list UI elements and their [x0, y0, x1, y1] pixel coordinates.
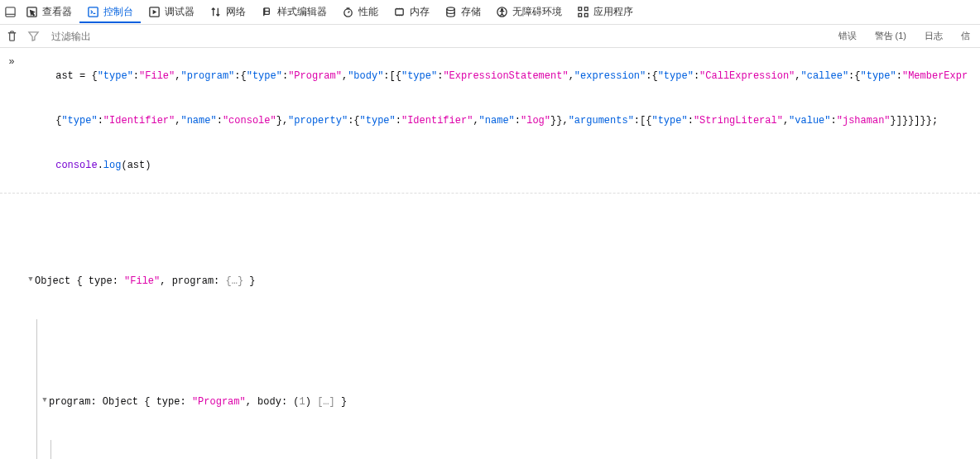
docking-icon[interactable] — [3, 6, 17, 19]
tab-apps[interactable]: 应用程序 — [569, 2, 641, 22]
tab-perf[interactable]: 性能 — [334, 2, 386, 22]
tab-storage[interactable]: 存储 — [437, 2, 488, 22]
filter-warning[interactable]: 警告 (1) — [870, 28, 912, 44]
tab-console[interactable]: 控制台 — [79, 2, 141, 23]
console-output: » ast = {"type":"File","program":{"type"… — [0, 48, 980, 459]
tab-label: 应用程序 — [593, 5, 633, 19]
tab-label: 网络 — [226, 5, 246, 19]
tab-label: 查看器 — [42, 5, 72, 19]
filter-log[interactable]: 日志 — [920, 28, 948, 44]
tree-row-program[interactable]: ▼program: Object { type: "Program", body… — [39, 394, 970, 410]
tab-label: 调试器 — [165, 5, 195, 19]
tree-row-root[interactable]: ▼Object { type: "File", program: {…} } — [25, 273, 970, 289]
tab-label: 控制台 — [103, 5, 133, 19]
tab-label: 无障碍环境 — [512, 5, 562, 19]
filter-info[interactable]: 信 — [956, 28, 975, 44]
tab-memory[interactable]: 内存 — [386, 2, 437, 22]
tab-debug[interactable]: 调试器 — [141, 2, 202, 22]
tab-cursor[interactable]: 查看器 — [18, 2, 79, 22]
svg-point-5 — [344, 9, 352, 17]
tab-style[interactable]: 样式编辑器 — [253, 2, 334, 22]
svg-point-7 — [447, 7, 454, 11]
console-input-line[interactable]: » ast = {"type":"File","program":{"type"… — [0, 51, 980, 190]
svg-point-9 — [502, 9, 503, 11]
filter-error[interactable]: 错误 — [833, 28, 862, 44]
filter-input[interactable] — [48, 29, 825, 44]
console-filter-bar: 错误 警告 (1) 日志 信 — [0, 25, 980, 48]
svg-rect-0 — [5, 7, 14, 17]
svg-rect-10 — [579, 7, 582, 11]
trash-icon[interactable] — [5, 30, 18, 43]
prompt-icon: » — [3, 54, 20, 69]
tab-label: 性能 — [358, 5, 378, 19]
svg-rect-3 — [89, 7, 98, 17]
svg-rect-13 — [584, 13, 588, 17]
devtools-toolbar: 查看器控制台调试器网络样式编辑器性能内存存储无障碍环境应用程序 — [0, 0, 980, 25]
funnel-icon[interactable] — [26, 30, 40, 43]
tab-a11y[interactable]: 无障碍环境 — [488, 2, 569, 22]
input-code: ast = {"type":"File","program":{"type":"… — [20, 54, 975, 188]
tab-network[interactable]: 网络 — [202, 2, 253, 22]
tab-label: 样式编辑器 — [277, 5, 327, 19]
svg-rect-6 — [396, 9, 403, 16]
tab-label: 存储 — [461, 5, 481, 19]
svg-rect-12 — [579, 13, 582, 17]
svg-rect-11 — [584, 7, 588, 11]
result-tree[interactable]: ▼Object { type: "File", program: {…} } ▼… — [20, 198, 975, 459]
tab-label: 内存 — [410, 5, 430, 19]
